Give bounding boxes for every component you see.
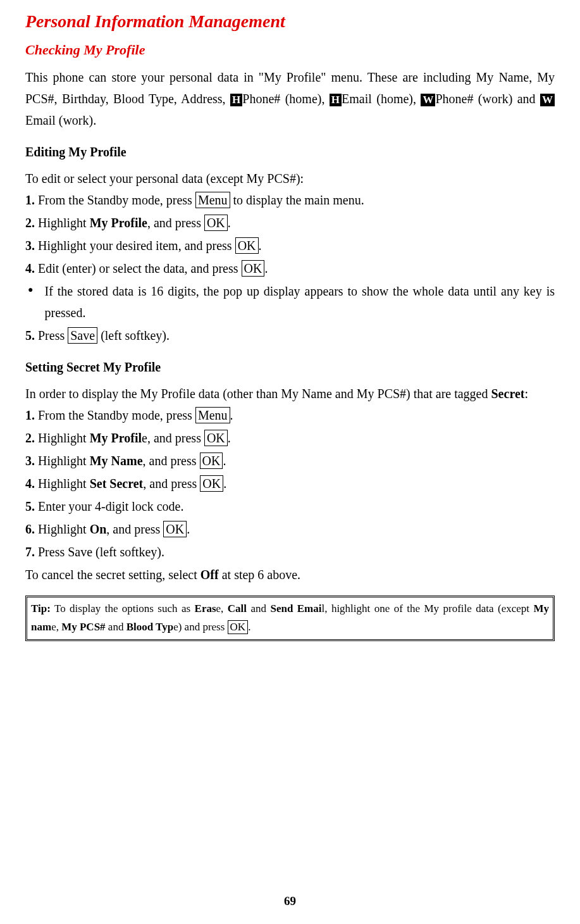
cancel-text: To cancel the secret setting, select	[25, 568, 201, 582]
tip-text: e,	[51, 621, 61, 633]
step-3: 3. Highlight My Name, and press OK.	[25, 450, 555, 471]
lead-text: In order to display the My Profile data …	[25, 387, 491, 401]
step-text: .	[187, 522, 190, 536]
step-text: Highlight	[35, 454, 90, 468]
step-4: 4. Edit (enter) or select the data, and …	[25, 258, 555, 279]
step-5: 5. Enter your 4-digit lock code.	[25, 496, 555, 517]
step-text: , and press	[106, 522, 163, 536]
secret-label: Secret	[491, 387, 525, 401]
ok-key: OK	[235, 237, 259, 254]
menu-item: Set Secret	[90, 477, 144, 490]
step-5: 5. Press Save (left softkey).	[25, 325, 555, 346]
step-number: 3.	[25, 454, 35, 468]
home-badge-icon: H	[230, 94, 242, 106]
ok-key: OK	[204, 215, 228, 231]
lead-text: :	[524, 387, 528, 401]
step-7: 7. Press Save (left softkey).	[25, 541, 555, 563]
intro-text: Phone# (work) and	[435, 92, 540, 106]
step-number: 6.	[25, 522, 35, 536]
intro-text: Email (work).	[25, 113, 96, 127]
menu-item: My Profile	[90, 216, 147, 230]
tip-option: Eras	[195, 602, 216, 615]
step-4: 4. Highlight Set Secret, and press OK.	[25, 473, 555, 494]
tip-text: and	[247, 602, 270, 615]
step-text: Highlight	[35, 216, 90, 230]
step-number: 7.	[25, 545, 35, 559]
step-number: 1.	[25, 408, 35, 422]
step-number: 2.	[25, 431, 35, 445]
step-text: From the Standby mode, press	[35, 408, 195, 422]
secret-heading: Setting Secret My Profile	[25, 356, 555, 378]
tip-text: e) and press	[173, 621, 227, 633]
save-key: Save	[68, 327, 97, 344]
tip-text: .	[248, 621, 250, 633]
step-text: .	[228, 431, 231, 445]
page-number: 69	[0, 891, 580, 911]
step-text: to display the main menu.	[230, 193, 364, 207]
step-number: 4.	[25, 477, 35, 490]
cancel-note: To cancel the secret setting, select Off…	[25, 564, 555, 585]
step-6: 6. Highlight On, and press OK.	[25, 518, 555, 540]
tip-option: Blood Typ	[126, 621, 174, 633]
editing-lead: To edit or select your personal data (ex…	[25, 168, 555, 189]
step-text: Edit (enter) or select the data, and pre…	[35, 261, 242, 275]
home-badge-icon: H	[330, 94, 342, 106]
tip-text: To display the options such as	[51, 602, 195, 615]
menu-item: My Name	[90, 454, 143, 468]
menu-key: Menu	[195, 192, 230, 208]
tip-text: e,	[216, 602, 228, 615]
step-text: (left softkey).	[97, 328, 170, 342]
step-text: .	[264, 261, 268, 275]
step-number: 1.	[25, 193, 35, 207]
step-text: , and press	[143, 454, 200, 468]
step-text: Highlight	[35, 431, 90, 445]
ok-key: OK	[163, 521, 187, 537]
step-2: 2. Highlight My Profile, and press OK.	[25, 212, 555, 234]
intro-text: Email (home),	[342, 92, 421, 106]
step-3: 3. Highlight your desired item, and pres…	[25, 235, 555, 256]
tip-label: Tip:	[31, 602, 51, 615]
step-text: .	[223, 477, 226, 490]
tip-text: l, highlight one of the My profile data …	[321, 602, 533, 615]
secret-section: Setting Secret My Profile In order to di…	[25, 356, 555, 585]
step-text: Highlight your desired item, and press	[35, 239, 235, 253]
step-text: Press Save (left softkey).	[35, 545, 164, 559]
tip-option: Send Emai	[270, 602, 321, 615]
editing-heading: Editing My Profile	[25, 141, 555, 163]
step-1: 1. From the Standby mode, press Menu to …	[25, 189, 555, 211]
editing-section: Editing My Profile To edit or select you…	[25, 141, 555, 346]
menu-item: On	[90, 522, 107, 536]
step-text: From the Standby mode, press	[35, 193, 195, 207]
ok-key: OK	[200, 453, 223, 469]
intro-paragraph: This phone can store your personal data …	[25, 66, 555, 131]
step-number: 4.	[25, 261, 35, 275]
ok-key: OK	[242, 260, 265, 277]
secret-lead: In order to display the My Profile data …	[25, 383, 555, 404]
step-text: Highlight	[35, 477, 90, 490]
tip-text: and	[106, 621, 126, 633]
intro-text: Phone# (home),	[242, 92, 330, 106]
step-number: 5.	[25, 499, 35, 513]
info-bullet: ● If the stored data is 16 digits, the p…	[25, 280, 555, 323]
step-2: 2. Highlight My Profile, and press OK.	[25, 427, 555, 449]
step-text: .	[223, 454, 226, 468]
step-text: Press	[35, 328, 68, 342]
step-text: .	[228, 216, 231, 230]
page-title: Personal Information Management	[25, 6, 555, 37]
menu-item: My Profil	[90, 431, 142, 445]
menu-key: Menu	[195, 407, 230, 423]
step-1: 1. From the Standby mode, press Menu.	[25, 404, 555, 426]
bullet-text: If the stored data is 16 digits, the pop…	[44, 280, 555, 323]
step-text: , and press	[143, 477, 200, 490]
step-number: 5.	[25, 328, 35, 342]
ok-key: OK	[228, 620, 249, 634]
ok-key: OK	[204, 430, 228, 446]
work-badge-icon: W	[421, 94, 435, 106]
step-number: 3.	[25, 239, 35, 253]
tip-option: My PCS#	[61, 621, 105, 633]
step-text: Highlight	[35, 522, 90, 536]
tip-option: Call	[228, 602, 247, 615]
work-badge-icon: W	[540, 94, 555, 106]
subsection-title: Checking My Profile	[25, 38, 555, 61]
step-text: e, and press	[142, 431, 204, 445]
